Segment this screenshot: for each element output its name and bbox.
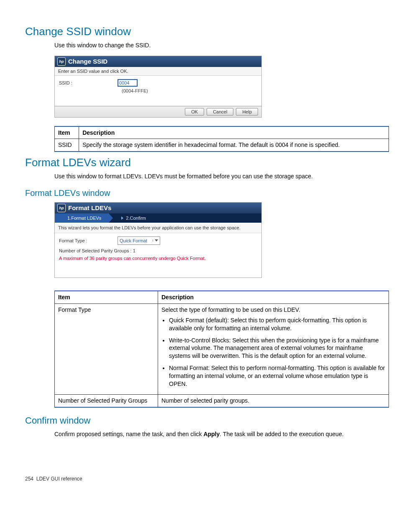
- list-item: Quick Format (default): Select this to p…: [169, 316, 385, 332]
- ok-button[interactable]: OK: [185, 108, 204, 116]
- page-footer-title: LDEV GUI reference: [36, 476, 82, 482]
- format-type-item: Format Type: [55, 303, 158, 394]
- table-row: Number of Selected Parity Groups Number …: [55, 394, 389, 407]
- ssid-table-header-desc: Description: [79, 126, 389, 139]
- change-ssid-titlebar: hp Change SSID: [55, 56, 261, 67]
- parity-desc: Number of selected parity groups.: [158, 394, 389, 407]
- intro-change-ssid: Use this window to change the SSID.: [54, 41, 374, 50]
- ssid-description-table: Item Description SSID Specify the storag…: [54, 126, 389, 152]
- wizard-instruction: This wizard lets you format the LDEVs be…: [55, 223, 261, 233]
- confirm-intro-post: . The task will be added to the executio…: [220, 431, 343, 437]
- heading-confirm-window: Confirm window: [25, 415, 374, 426]
- wizard-step-2-label: 2.Confirm: [126, 216, 146, 221]
- format-table-header-desc: Description: [158, 291, 389, 303]
- dropdown-arrow-icon: [153, 239, 160, 242]
- change-ssid-subtitle: Enter an SSID value and click OK.: [55, 67, 261, 76]
- chevron-right-icon: [121, 216, 123, 220]
- list-item: Normal Format: Select this to perform no…: [169, 364, 385, 388]
- format-ldevs-title: Format LDEVs: [68, 204, 111, 211]
- wizard-steps: 1.Format LDEVs 2.Confirm: [55, 213, 261, 223]
- confirm-intro-pre: Confirm proposed settings, name the task…: [54, 431, 203, 437]
- format-type-select[interactable]: Quick Format: [118, 236, 160, 245]
- wizard-step-1-label: 1.Format LDEVs: [67, 216, 101, 221]
- ssid-row-item: SSID: [55, 139, 79, 152]
- ssid-table-header-item: Item: [55, 126, 79, 139]
- format-type-lead: Select the type of formatting to be used…: [161, 306, 300, 313]
- page-number: 254: [25, 476, 33, 482]
- wizard-step-2[interactable]: 2.Confirm: [109, 213, 153, 223]
- quick-format-warning: A maximum of 36 parity groups can concur…: [55, 254, 261, 278]
- confirm-intro-apply: Apply: [203, 431, 220, 437]
- format-ldevs-titlebar: hp Format LDEVs: [55, 203, 261, 213]
- ssid-field-label: SSID :: [59, 80, 118, 85]
- format-description-table: Item Description Format Type Select the …: [54, 290, 389, 408]
- ssid-input[interactable]: [118, 79, 138, 87]
- wizard-step-1[interactable]: 1.Format LDEVs: [55, 213, 109, 223]
- change-ssid-button-bar: OK Cancel Help: [55, 106, 261, 117]
- heading-format-wizard: Format LDEVs wizard: [25, 156, 374, 169]
- parity-item: Number of Selected Parity Groups: [55, 394, 158, 407]
- cancel-button[interactable]: Cancel: [207, 108, 233, 116]
- help-button[interactable]: Help: [236, 108, 258, 116]
- change-ssid-title: Change SSID: [68, 58, 107, 65]
- intro-confirm-window: Confirm proposed settings, name the task…: [54, 430, 374, 439]
- format-type-value: Quick Format: [118, 238, 153, 243]
- page-footer: 254 LDEV GUI reference: [25, 476, 374, 482]
- intro-format-wizard: Use this window to format LDEVs. LDEVs m…: [54, 172, 374, 181]
- table-row: Format Type Select the type of formattin…: [55, 303, 389, 394]
- format-type-label: Format Type :: [59, 238, 118, 243]
- ssid-range-hint: (0004-FFFE): [55, 87, 261, 106]
- heading-format-window: Format LDEVs window: [25, 188, 374, 198]
- hp-logo-icon: hp: [57, 204, 66, 212]
- hp-logo-icon: hp: [57, 57, 66, 66]
- format-type-desc: Select the type of formatting to be used…: [158, 303, 389, 394]
- heading-change-ssid: Change SSID window: [25, 25, 374, 38]
- table-row: SSID Specify the storage system identifi…: [55, 139, 389, 152]
- format-table-header-item: Item: [55, 291, 158, 303]
- list-item: Write-to-Control Blocks: Select this whe…: [169, 337, 385, 360]
- format-ldevs-dialog: hp Format LDEVs 1.Format LDEVs 2.Confirm…: [54, 202, 262, 278]
- ssid-row-desc: Specify the storage system identifier in…: [79, 139, 389, 152]
- change-ssid-dialog: hp Change SSID Enter an SSID value and c…: [54, 56, 262, 118]
- parity-groups-count: Number of Selected Parity Groups : 1: [55, 246, 261, 254]
